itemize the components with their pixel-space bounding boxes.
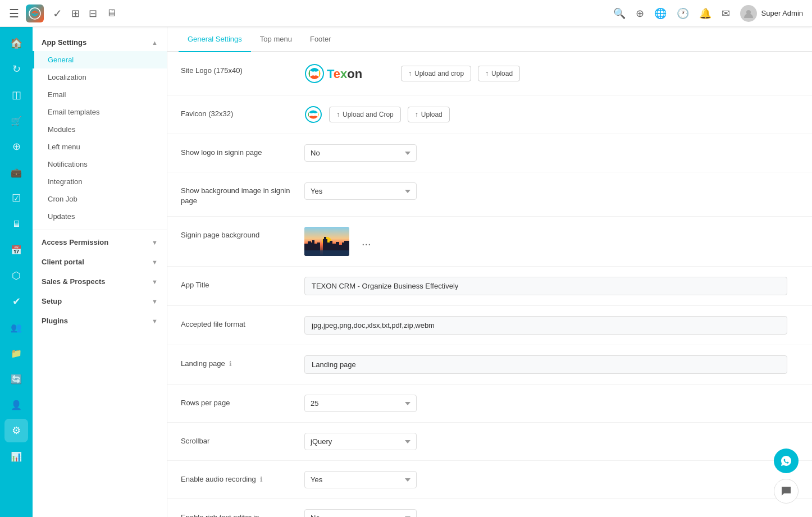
sidebar-icon-people[interactable]: 👥 <box>4 315 28 339</box>
accepted-format-input[interactable] <box>304 316 787 335</box>
fab-whatsapp-button[interactable] <box>774 449 799 473</box>
sales-prospects-header[interactable]: Sales & Prospects ▼ <box>33 272 167 291</box>
landing-page-input[interactable] <box>304 355 787 374</box>
menu-item-email[interactable]: Email <box>33 86 167 103</box>
client-portal-header[interactable]: Client portal ▼ <box>33 252 167 272</box>
user-name: Super Admin <box>761 9 803 17</box>
client-portal-label: Client portal <box>42 258 84 266</box>
show-bg-image-row: Show background image in signin page Yes… <box>167 172 812 217</box>
favicon-upload-and-crop-button[interactable]: ↑ Upload and Crop <box>329 107 401 122</box>
rich-text-editor-select[interactable]: No Yes <box>304 509 417 517</box>
columns-icon[interactable]: ⊟ <box>89 7 97 20</box>
app-title-value <box>304 277 799 295</box>
favicon-label: Favicon (32x32) <box>181 106 304 119</box>
desktop-icon[interactable]: 🖥 <box>106 7 116 19</box>
menu-item-localization[interactable]: Localization <box>33 68 167 86</box>
menu-item-integration[interactable]: Integration <box>33 173 167 190</box>
menu-item-modules[interactable]: Modules <box>33 121 167 138</box>
top-nav-actions: 🔍 ⊕ 🌐 🕐 🔔 ✉ Super Admin <box>613 5 803 22</box>
sidebar-icon-calendar[interactable]: 📅 <box>4 238 28 262</box>
sidebar-icon-sync[interactable]: 🔄 <box>4 367 28 391</box>
sidebar-icon-monitor[interactable]: 🖥 <box>4 212 28 236</box>
show-logo-row: Show logo in signin page No Yes <box>167 134 812 172</box>
sidebar-icon-cart[interactable]: 🛒 <box>4 109 28 132</box>
sidebar-icon-home[interactable]: 🏠 <box>4 31 28 55</box>
audio-recording-row: Enable audio recording ℹ Yes No <box>167 461 812 499</box>
sidebar-icon-shield-check[interactable]: ✔ <box>4 290 28 313</box>
svg-point-4 <box>305 107 321 122</box>
add-circle-icon[interactable]: ⊕ <box>636 7 644 20</box>
menu-item-general[interactable]: General <box>33 51 167 68</box>
landing-page-info-icon[interactable]: ℹ <box>229 360 232 368</box>
favicon-upload-crop-icon: ↑ <box>336 111 340 118</box>
search-icon[interactable]: 🔍 <box>613 7 626 20</box>
landing-page-value <box>304 355 799 374</box>
client-portal-chevron: ▼ <box>152 259 158 266</box>
show-logo-select[interactable]: No Yes <box>304 144 417 162</box>
access-permission-header[interactable]: Access Permission ▼ <box>33 232 167 252</box>
grid-icon[interactable]: ⊞ <box>71 7 80 20</box>
app-settings-header[interactable]: App Settings ▲ <box>33 34 167 51</box>
sidebar-icon-plus-circle[interactable]: ⊕ <box>4 135 28 158</box>
svg-point-0 <box>29 8 40 19</box>
rich-text-editor-label: Enable rich text editor in comments/desc… <box>181 509 304 517</box>
menu-item-updates[interactable]: Updates <box>33 208 167 225</box>
menu-item-email-templates[interactable]: Email templates <box>33 103 167 121</box>
menu-item-notifications[interactable]: Notifications <box>33 155 167 173</box>
upload-crop-icon: ↑ <box>408 70 412 77</box>
upload-button[interactable]: ↑ Upload <box>478 66 520 81</box>
show-bg-image-select[interactable]: Yes No <box>304 182 417 200</box>
tab-top-menu[interactable]: Top menu <box>251 27 301 52</box>
sidebar-icon-refresh[interactable]: ↻ <box>4 57 28 81</box>
mail-icon[interactable]: ✉ <box>722 7 730 20</box>
favicon-upload-button[interactable]: ↑ Upload <box>408 107 450 122</box>
tabs-bar: General Settings Top menu Footer <box>167 27 812 52</box>
site-logo-row: Site Logo (175x40) Texon <box>167 52 812 95</box>
sidebar-icon-node[interactable]: ⬡ <box>4 264 28 287</box>
sidebar-icon-folder[interactable]: 📁 <box>4 341 28 365</box>
landing-page-label: Landing page ℹ <box>181 355 304 369</box>
bg-image-dots[interactable]: ... <box>362 235 371 248</box>
setup-label: Setup <box>42 297 62 305</box>
menu-item-left-menu[interactable]: Left menu <box>33 138 167 155</box>
bell-icon[interactable]: 🔔 <box>699 7 711 20</box>
signin-bg-row: Signin page background <box>167 217 812 267</box>
sidebar-icon-check-square[interactable]: ☑ <box>4 186 28 210</box>
show-logo-value: No Yes <box>304 144 799 162</box>
accepted-format-value <box>304 316 799 335</box>
audio-recording-select[interactable]: Yes No <box>304 471 417 488</box>
plugins-header[interactable]: Plugins ▼ <box>33 311 167 331</box>
accepted-format-label: Accepted file format <box>181 316 304 330</box>
hamburger-icon[interactable]: ☰ <box>9 7 19 20</box>
setup-header[interactable]: Setup ▼ <box>33 291 167 311</box>
plugins-chevron: ▼ <box>152 318 158 324</box>
app-title-input[interactable] <box>304 277 787 295</box>
rows-per-page-select[interactable]: 25 50 100 <box>304 395 417 412</box>
sidebar-icon-briefcase[interactable]: 💼 <box>4 161 28 184</box>
menu-item-cron-job[interactable]: Cron Job <box>33 190 167 208</box>
history-icon[interactable]: 🕐 <box>677 7 689 20</box>
sidebar-icon-chart[interactable]: 📊 <box>4 445 28 468</box>
check-circle-icon[interactable]: ✓ <box>53 7 62 20</box>
menu-divider-1 <box>33 230 167 230</box>
fab-container <box>774 449 799 504</box>
sidebar-icon-settings[interactable]: ⚙ <box>4 419 28 442</box>
scrollbar-value: jQuery Native <box>304 433 799 450</box>
app-settings-chevron: ▲ <box>152 39 158 46</box>
sidebar-icon-group[interactable]: 👤 <box>4 393 28 417</box>
fab-chat-button[interactable] <box>774 479 799 504</box>
show-logo-label: Show logo in signin page <box>181 144 304 158</box>
signin-bg-value: ... <box>304 227 799 256</box>
upload-icon: ↑ <box>485 70 489 77</box>
audio-recording-info-icon[interactable]: ℹ <box>260 475 263 483</box>
sales-prospects-chevron: ▼ <box>152 278 158 285</box>
scrollbar-row: Scrollbar jQuery Native <box>167 423 812 461</box>
tab-general-settings[interactable]: General Settings <box>179 27 251 52</box>
scrollbar-select[interactable]: jQuery Native <box>304 433 417 450</box>
sidebar-icon-layers[interactable]: ◫ <box>4 83 28 107</box>
upload-and-crop-button[interactable]: ↑ Upload and crop <box>401 66 471 81</box>
tab-footer[interactable]: Footer <box>301 27 340 52</box>
favicon-image <box>304 106 322 123</box>
globe-icon[interactable]: 🌐 <box>654 7 667 20</box>
user-menu[interactable]: Super Admin <box>740 5 803 22</box>
